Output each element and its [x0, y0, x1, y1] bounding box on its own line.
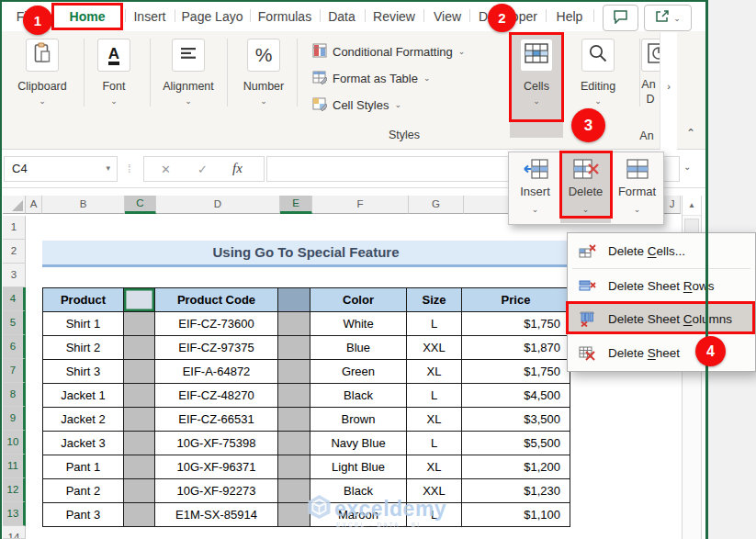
menu-item-delete-sheet-rows[interactable]: Delete Sheet Rows [569, 272, 754, 300]
cell-color[interactable]: Brown [310, 408, 407, 432]
row-header-4[interactable]: 4 [3, 287, 26, 311]
cell-price[interactable]: $4,500 [462, 384, 570, 408]
cell-color[interactable]: Blue [310, 336, 407, 360]
cell-styles-button[interactable]: Cell Styles ⌄ [312, 95, 401, 114]
cell-blank-e[interactable] [278, 384, 310, 408]
cell-price[interactable]: $5,500 [462, 432, 570, 455]
column-header-c[interactable]: C [125, 196, 156, 214]
cell-product-code[interactable]: EIF-A-64872 [155, 360, 278, 384]
name-box-dropdown-icon[interactable]: ▾ [106, 163, 110, 173]
collapse-ribbon-icon[interactable]: ⌃ [682, 127, 700, 140]
formula-bar-resize-handle[interactable]: ⁞ [128, 156, 131, 182]
cell-price[interactable]: $1,750 [462, 312, 570, 336]
conditional-formatting-button[interactable]: Conditional Formatting ⌄ [312, 42, 465, 61]
tab-formulas[interactable]: Formulas [254, 3, 316, 30]
cells-button[interactable] [520, 39, 553, 72]
cancel-icon[interactable]: ✕ [161, 163, 171, 176]
cell-blank-c[interactable] [124, 479, 155, 503]
header-product[interactable]: Product [43, 288, 124, 312]
cell-color[interactable]: Black [310, 384, 407, 408]
cell-size[interactable]: L [407, 432, 462, 455]
column-header-e[interactable]: E [280, 196, 312, 214]
row-header-7[interactable]: 7 [3, 359, 26, 383]
column-header-g[interactable]: G [409, 196, 464, 214]
cell-product-code[interactable]: EIF-CZ-97375 [155, 336, 278, 360]
cell-product[interactable]: Jacket 2 [43, 408, 124, 432]
chevron-down-icon[interactable]: ⌄ [158, 95, 219, 107]
cell-blank-e[interactable] [278, 455, 310, 479]
number-button[interactable]: % [247, 39, 280, 72]
chevron-down-icon[interactable]: ⌄ [233, 95, 294, 107]
cell-blank-e[interactable] [278, 432, 310, 455]
format-button[interactable]: Format ⌄ [612, 153, 662, 223]
flyout-arrow-icon[interactable]: › [662, 81, 675, 92]
cell-blank-e[interactable] [278, 503, 310, 527]
cell-blank-e[interactable] [278, 479, 310, 503]
cell-product-code[interactable]: EIF-CZ-66531 [155, 408, 278, 432]
active-cell-c4[interactable] [124, 288, 155, 312]
tab-home[interactable]: Home [52, 3, 122, 30]
row-header-1[interactable]: 1 [3, 216, 26, 240]
row-header-14[interactable]: 14 [3, 526, 26, 539]
cell-product[interactable]: Shirt 1 [43, 312, 124, 336]
cell-size[interactable]: XL [407, 360, 462, 384]
column-header-d[interactable]: D [156, 196, 280, 214]
header-size[interactable]: Size [407, 288, 462, 312]
header-product-code[interactable]: Product Code [155, 288, 278, 312]
cell-blank-e[interactable] [278, 336, 310, 360]
menu-item-delete-cells[interactable]: Delete Cells... [569, 237, 754, 265]
tab-view[interactable]: View [426, 3, 468, 30]
cell-size[interactable]: XL [407, 408, 462, 432]
row-header-10[interactable]: 10 [3, 431, 26, 455]
row-header-12[interactable]: 12 [3, 478, 26, 502]
row-header-11[interactable]: 11 [3, 455, 26, 478]
selected-cell-e4[interactable] [278, 288, 310, 312]
row-header-9[interactable]: 9 [3, 407, 26, 431]
insert-button[interactable]: Insert ⌄ [510, 153, 560, 223]
cell-blank-c[interactable] [124, 408, 155, 432]
cell-color[interactable]: Light Blue [310, 455, 407, 479]
cell-blank-e[interactable] [278, 360, 310, 384]
cell-blank-e[interactable] [278, 408, 310, 432]
cell-color[interactable]: Navy Blue [310, 432, 407, 455]
row-header-3[interactable]: 3 [3, 264, 26, 287]
tab-insert[interactable]: Insert [127, 3, 173, 30]
select-all-button[interactable] [3, 196, 26, 214]
row-header-8[interactable]: 8 [3, 383, 26, 407]
editing-button[interactable] [581, 39, 615, 72]
cell-price[interactable]: $3,500 [462, 408, 570, 432]
cell-color[interactable]: Black [310, 479, 407, 503]
chevron-down-icon[interactable]: ⌄ [13, 95, 72, 107]
header-color[interactable]: Color [310, 288, 407, 312]
name-box[interactable]: C4 ▾ [4, 156, 118, 182]
cell-product-code[interactable]: EIF-CZ-73600 [155, 312, 278, 336]
chevron-down-icon[interactable]: ⌄ [88, 95, 140, 107]
column-header-j[interactable]: J [664, 196, 681, 214]
tab-help[interactable]: Help [549, 3, 590, 30]
cell-size[interactable]: L [407, 312, 462, 336]
column-header-a[interactable]: A [26, 196, 42, 214]
cell-size[interactable]: L [407, 503, 462, 527]
cell-blank-c[interactable] [124, 336, 155, 360]
chevron-down-icon[interactable]: ⌄ [569, 95, 627, 107]
cell-blank-c[interactable] [124, 312, 155, 336]
cell-price[interactable]: $1,200 [462, 455, 570, 479]
cell-price[interactable]: $1,230 [462, 479, 570, 503]
cell-blank-c[interactable] [124, 455, 155, 479]
insert-function-icon[interactable]: fx [232, 161, 243, 176]
expand-formula-bar-icon[interactable]: ⌄ [683, 162, 691, 172]
cell-product[interactable]: Jacket 3 [43, 432, 124, 455]
cell-product-code[interactable]: EIF-CZ-48270 [155, 384, 278, 408]
cell-price[interactable]: $1,100 [462, 503, 570, 527]
cell-color[interactable]: Green [310, 360, 407, 384]
enter-icon[interactable]: ✓ [197, 163, 208, 176]
cell-product-code[interactable]: 10G-XF-75398 [155, 432, 278, 455]
row-header-5[interactable]: 5 [3, 311, 26, 335]
header-price[interactable]: Price [462, 288, 570, 312]
cell-blank-c[interactable] [124, 360, 155, 384]
column-header-f[interactable]: F [312, 196, 409, 214]
menu-item-delete-sheet-columns[interactable]: Delete Sheet Columns [569, 303, 754, 334]
column-header-b[interactable]: B [42, 196, 125, 214]
cell-product[interactable]: Pant 1 [43, 455, 124, 479]
tab-data[interactable]: Data [322, 3, 362, 30]
